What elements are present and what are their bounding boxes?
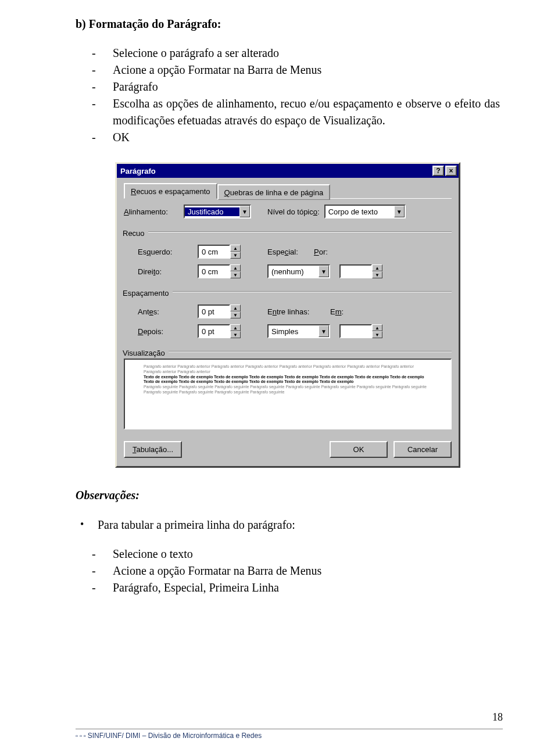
spin-up-icon[interactable]: ▲ [230,245,241,252]
preview-box: Parágrafo anterior Parágrafo anterior Pa… [124,359,452,429]
direito-spinner[interactable]: 0 cm ▲▼ [198,264,241,278]
depois-spinner[interactable]: 0 pt ▲▼ [198,324,241,338]
antes-value: 0 pt [202,307,214,316]
tab-label: uebras de linha e de página [230,188,323,197]
instruction-item: Selecione o parágrafo a ser alterado [92,45,500,62]
close-button[interactable]: × [445,166,457,176]
preview-text-after: Parágrafo seguinte Parágrafo seguinte Pa… [144,385,432,395]
preview-text-sample: Texto de exemplo Texto de exemplo Texto … [144,375,432,385]
spin-down-icon[interactable]: ▼ [230,311,241,318]
close-icon: × [449,167,453,175]
paragraph-dialog: Parágrafo ? × Recuos e espaçamento Quebr… [115,162,460,468]
depois-value: 0 pt [202,327,214,336]
observacoes-title: Observações: [76,489,500,502]
nivel-label: Nível do tópico: [267,207,320,216]
antes-label: Antes: [138,307,193,316]
group-divider [173,291,452,292]
espacamento-group-label: Espaçamento [123,289,169,298]
observacoes-bullet: Para tabular a primeira linha do parágra… [80,518,500,532]
preview-text-before: Parágrafo anterior Parágrafo anterior Pa… [144,364,432,375]
footer-icon: ▫ [80,732,82,739]
antes-spinner[interactable]: 0 pt ▲▼ [198,304,241,318]
observacoes-list: Para tabular a primeira linha do parágra… [80,518,500,532]
tabulacao-button[interactable]: Tabulação... [124,441,182,458]
footer: ▫ ▫ ▫ SINF/UINF/ DIMI – Divisão de Micro… [76,729,503,740]
esquerdo-label: Esquerdo: [138,248,193,256]
especial-select[interactable]: (nenhum) ▼ [267,264,330,278]
tab-quebras[interactable]: Quebras de linha e de página [217,184,331,200]
chevron-down-icon[interactable]: ▼ [239,206,250,217]
por-spinner[interactable]: ▲▼ [339,264,382,278]
especial-value: (nenhum) [269,267,319,276]
spin-up-icon[interactable]: ▲ [372,264,382,271]
spin-down-icon[interactable]: ▼ [230,331,241,338]
tab-recuos-espacamento[interactable]: Recuos e espaçamento [124,183,217,199]
nivel-value: Corpo de texto [326,207,394,216]
chevron-down-icon[interactable]: ▼ [394,206,405,217]
por-label: Por: [314,248,366,256]
cancel-button[interactable]: Cancelar [394,441,452,458]
em-label: Em: [330,307,365,316]
group-divider [148,231,452,232]
depois-label: Depois: [138,327,193,336]
section-title: b) Formatação do Parágrafo: [76,17,500,31]
spin-up-icon[interactable]: ▲ [230,264,241,271]
visualizacao-group-label: Visualização [123,349,165,357]
align-value: Justificado [185,207,239,216]
help-icon: ? [436,167,440,175]
spin-down-icon[interactable]: ▼ [372,331,382,338]
entrelinhas-label: Entre linhas: [267,307,326,316]
spin-down-icon[interactable]: ▼ [230,271,241,278]
entrelinhas-select[interactable]: Simples ▼ [267,324,330,338]
direito-label: Direito: [138,267,193,276]
instruction-list: Selecione o parágrafo a ser alterado Aci… [92,45,500,146]
help-button[interactable]: ? [432,166,444,176]
esquerdo-value: 0 cm [202,248,218,256]
instruction-item: Parágrafo [92,78,500,95]
recuo-group-label: Recuo [123,229,145,238]
observacoes-steps: Selecione o texto Acione a opção Formata… [92,546,500,596]
spin-up-icon[interactable]: ▲ [372,324,382,331]
chevron-down-icon[interactable]: ▼ [319,325,329,337]
group-divider [169,351,452,352]
instruction-item: Escolha as opções de alinhamento, recuo … [92,95,500,129]
footer-text: SINF/UINF/ DIMI – Divisão de Microinform… [88,732,262,740]
spin-up-icon[interactable]: ▲ [230,324,241,331]
chevron-down-icon[interactable]: ▼ [319,266,329,277]
esquerdo-spinner[interactable]: 0 cm ▲▼ [198,245,241,259]
footer-icon: ▫ [84,732,86,739]
align-select[interactable]: Justificado ▼ [184,205,251,218]
especial-label: Especial: [267,248,309,256]
instruction-item: Selecione o texto [92,546,500,562]
ok-button[interactable]: OK [330,441,388,458]
instruction-item: Acione a opção Formatar na Barra de Menu… [92,62,500,78]
spin-up-icon[interactable]: ▲ [230,304,241,311]
nivel-select[interactable]: Corpo de texto ▼ [324,205,406,218]
dialog-title: Parágrafo [120,167,431,175]
instruction-item: Acione a opção Formatar na Barra de Menu… [92,562,500,579]
direito-value: 0 cm [202,267,218,276]
dialog-titlebar: Parágrafo ? × [117,164,459,178]
em-spinner[interactable]: ▲▼ [339,324,382,338]
spin-down-icon[interactable]: ▼ [372,271,382,278]
page-number: 18 [492,711,503,723]
dialog-tabs: Recuos e espaçamento Quebras de linha e … [124,182,452,199]
align-label: Alinhamento: [124,207,179,216]
footer-icon: ▫ [76,732,78,739]
instruction-item: Parágrafo, Especial, Primeira Linha [92,579,500,596]
entrelinhas-value: Simples [269,327,319,336]
instruction-item: OK [92,129,500,146]
tab-label: ecuos e espaçamento [136,187,210,196]
spin-down-icon[interactable]: ▼ [230,252,241,259]
